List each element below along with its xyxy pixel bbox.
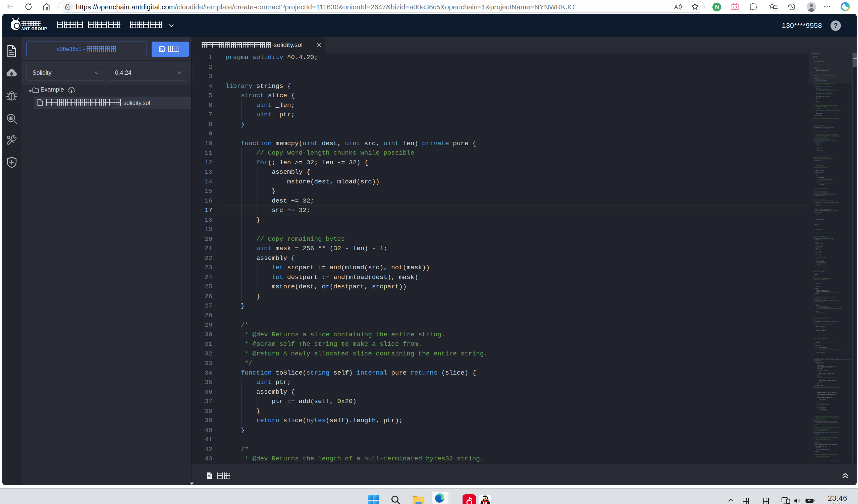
svg-text:N: N xyxy=(715,3,719,11)
svg-text:A: A xyxy=(674,4,678,11)
